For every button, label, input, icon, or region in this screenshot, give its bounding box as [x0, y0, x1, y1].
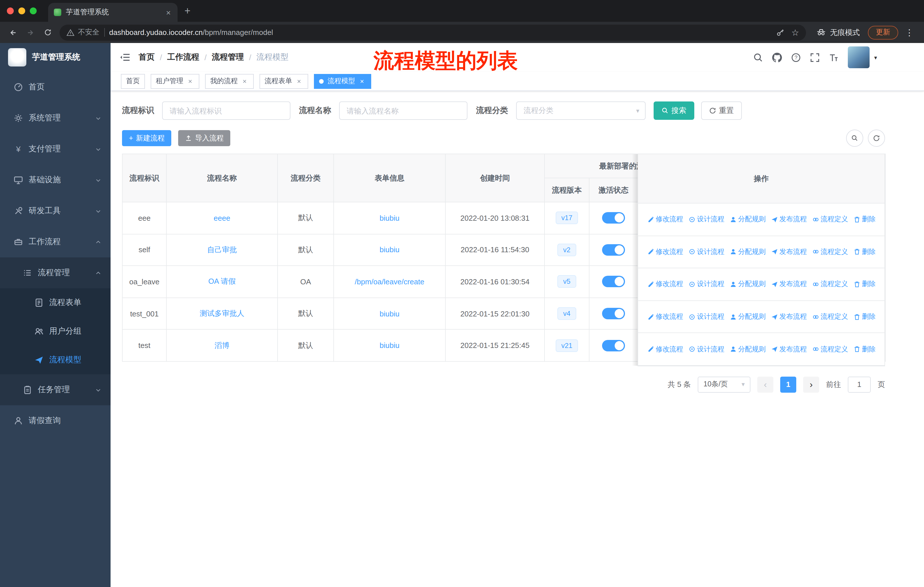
next-page-button[interactable]: › — [803, 377, 819, 393]
assign-rule-link[interactable]: 分配规则 — [729, 344, 766, 354]
tag-home[interactable]: 首页 — [121, 74, 145, 89]
prev-page-button[interactable]: ‹ — [757, 377, 773, 393]
process-definition-link[interactable]: 流程定义 — [812, 279, 848, 289]
design-process-link[interactable]: 设计流程 — [688, 247, 724, 257]
breadcrumb-item[interactable]: 流程管理 — [212, 52, 244, 63]
design-process-link[interactable]: 设计流程 — [688, 215, 724, 225]
modify-process-link[interactable]: 修改流程 — [647, 279, 683, 289]
help-button[interactable]: ? — [791, 53, 801, 62]
form-info-link[interactable]: biubiu — [380, 309, 399, 318]
tag-process-form[interactable]: 流程表单× — [259, 74, 308, 89]
assign-rule-link[interactable]: 分配规则 — [729, 215, 766, 225]
delete-process-link[interactable]: 删除 — [853, 215, 876, 225]
reset-button[interactable]: 重置 — [701, 101, 742, 120]
sidebar-item-task-mgmt[interactable]: 任务管理 — [0, 374, 111, 405]
active-toggle[interactable] — [602, 308, 625, 319]
header-search-button[interactable] — [753, 53, 763, 62]
publish-process-link[interactable]: 发布流程 — [771, 247, 807, 257]
category-select[interactable]: 流程分类 ▾ — [516, 101, 645, 120]
tab-close-icon[interactable]: × — [165, 7, 172, 18]
refresh-table-button[interactable] — [868, 129, 885, 147]
design-process-link[interactable]: 设计流程 — [688, 312, 724, 322]
user-avatar[interactable] — [848, 46, 870, 68]
delete-process-link[interactable]: 删除 — [853, 312, 876, 322]
window-close-button[interactable] — [7, 7, 14, 14]
modify-process-link[interactable]: 修改流程 — [647, 247, 683, 257]
security-status[interactable]: 不安全 — [66, 28, 99, 37]
process-name-link[interactable]: 自己审批 — [207, 245, 237, 254]
browser-menu-icon[interactable]: ⋮ — [901, 27, 918, 38]
tag-tenant[interactable]: 租户管理× — [151, 74, 200, 89]
publish-process-link[interactable]: 发布流程 — [771, 312, 807, 322]
modify-process-link[interactable]: 修改流程 — [647, 344, 683, 354]
modify-process-link[interactable]: 修改流程 — [647, 312, 683, 322]
create-process-button[interactable]: + 新建流程 — [122, 130, 172, 146]
sidebar-item-user-group[interactable]: 用户分组 — [0, 317, 111, 346]
sidebar-item-workflow[interactable]: 工作流程 — [0, 227, 111, 257]
sidebar-logo[interactable]: 芋道管理系统 — [0, 43, 111, 72]
form-info-link[interactable]: biubiu — [380, 246, 399, 254]
design-process-link[interactable]: 设计流程 — [688, 344, 724, 354]
active-toggle[interactable] — [602, 244, 625, 256]
forward-button[interactable] — [23, 25, 38, 40]
tag-my-process[interactable]: 我的流程× — [205, 74, 254, 89]
breadcrumb-item[interactable]: 工作流程 — [167, 52, 200, 63]
toggle-search-button[interactable] — [846, 129, 863, 147]
goto-page-input[interactable] — [848, 377, 871, 393]
sidebar-item-process-form[interactable]: 流程表单 — [0, 288, 111, 317]
tag-close-icon[interactable]: × — [358, 77, 366, 85]
delete-process-link[interactable]: 删除 — [853, 279, 876, 289]
process-definition-link[interactable]: 流程定义 — [812, 312, 848, 322]
sidebar-item-payment[interactable]: ¥ 支付管理 — [0, 134, 111, 165]
window-zoom-button[interactable] — [30, 7, 37, 14]
process-name-link[interactable]: 测试多审批人 — [200, 309, 244, 317]
process-name-link[interactable]: 滔博 — [214, 341, 229, 349]
form-info-link[interactable]: biubiu — [380, 214, 399, 222]
password-key-icon[interactable] — [776, 28, 784, 37]
breadcrumb-item[interactable]: 首页 — [139, 52, 155, 63]
back-button[interactable] — [6, 25, 21, 40]
assign-rule-link[interactable]: 分配规则 — [729, 247, 766, 257]
sidebar-item-devtools[interactable]: 研发工具 — [0, 195, 111, 227]
sidebar-item-home[interactable]: 首页 — [0, 72, 111, 103]
tag-close-icon[interactable]: × — [295, 77, 303, 85]
reload-button[interactable] — [40, 25, 55, 40]
process-name-link[interactable]: OA 请假 — [208, 277, 236, 286]
new-tab-button[interactable]: + — [185, 6, 190, 16]
window-minimize-button[interactable] — [18, 7, 25, 14]
github-button[interactable] — [772, 53, 782, 62]
active-toggle[interactable] — [602, 212, 625, 224]
active-toggle[interactable] — [602, 340, 625, 351]
process-name-link[interactable]: eeee — [214, 214, 230, 222]
chrome-update-button[interactable]: 更新 — [868, 25, 898, 39]
publish-process-link[interactable]: 发布流程 — [771, 344, 807, 354]
process-key-input[interactable] — [162, 101, 290, 120]
tag-process-model[interactable]: 流程模型× — [314, 74, 371, 89]
publish-process-link[interactable]: 发布流程 — [771, 279, 807, 289]
tag-close-icon[interactable]: × — [241, 77, 249, 85]
active-toggle[interactable] — [602, 276, 625, 288]
fullscreen-button[interactable] — [810, 53, 820, 62]
assign-rule-link[interactable]: 分配规则 — [729, 279, 766, 289]
process-definition-link[interactable]: 流程定义 — [812, 215, 848, 225]
delete-process-link[interactable]: 删除 — [853, 247, 876, 257]
sidebar-item-process-mgmt[interactable]: 流程管理 — [0, 257, 111, 288]
font-size-button[interactable] — [829, 53, 839, 62]
sidebar-collapse-button[interactable] — [120, 52, 130, 63]
search-button[interactable]: 搜索 — [653, 101, 694, 120]
sidebar-item-system[interactable]: 系统管理 — [0, 103, 111, 134]
sidebar-item-leave-query[interactable]: 请假查询 — [0, 405, 111, 436]
sidebar-item-process-model[interactable]: 流程模型 — [0, 346, 111, 374]
address-bar[interactable]: 不安全 dashboard.yudao.iocoder.cn/bpm/manag… — [59, 24, 806, 40]
tag-close-icon[interactable]: × — [186, 77, 194, 85]
browser-tab[interactable]: 芋道管理系统 × — [48, 3, 178, 22]
bookmark-star-icon[interactable]: ☆ — [791, 27, 799, 38]
assign-rule-link[interactable]: 分配规则 — [729, 312, 766, 322]
delete-process-link[interactable]: 删除 — [853, 344, 876, 354]
design-process-link[interactable]: 设计流程 — [688, 279, 724, 289]
process-name-input[interactable] — [339, 101, 467, 120]
process-definition-link[interactable]: 流程定义 — [812, 344, 848, 354]
current-page-button[interactable]: 1 — [780, 377, 796, 393]
page-size-select[interactable]: 10条/页 ▾ — [698, 377, 751, 393]
form-info-link[interactable]: biubiu — [380, 341, 399, 350]
